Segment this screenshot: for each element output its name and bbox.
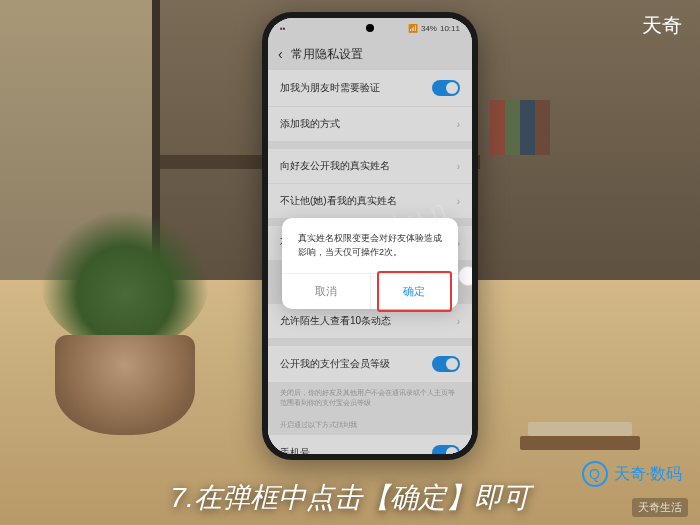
toggle-on[interactable] [432,80,460,96]
back-icon[interactable]: ‹ [278,46,283,62]
camera-notch [366,24,374,32]
cancel-button[interactable]: 取消 [282,274,371,309]
highlight-box [377,271,453,312]
brand-corner: 天奇生活 [632,498,688,517]
battery-text: 34% [421,24,437,33]
row-friend-verify[interactable]: 加我为朋友时需要验证 [268,70,472,107]
status-left: ▪▪ [280,24,286,33]
chevron-right-icon: › [457,119,460,130]
note-section: 开启通过以下方式找到我 [268,414,472,436]
page-title: 常用隐私设置 [291,46,363,63]
time-text: 10:11 [440,24,460,33]
ok-button[interactable]: 确定 [371,274,459,309]
brightness-handle[interactable] [458,266,472,286]
dialog-message: 真实姓名权限变更会对好友体验造成影响，当天仅可操作2次。 [282,218,458,273]
brand-bottom-right: Q 天奇·数码 [582,461,682,487]
search-icon: Q [582,461,608,487]
chevron-right-icon: › [457,196,460,207]
signal-icon: 📶 [408,24,418,33]
chevron-right-icon: › [457,161,460,172]
confirm-dialog: 真实姓名权限变更会对好友体验造成影响，当天仅可操作2次。 取消 确定 [282,218,458,309]
row-phone[interactable]: 手机号 [268,435,472,454]
phone-device: tianqijun ▪▪ 📶 34% 10:11 ‹ 常用隐私设置 加我为朋友时… [262,12,478,460]
page-header: ‹ 常用隐私设置 [268,38,472,70]
instruction-caption: 7.在弹框中点击【确定】即可 [170,479,529,517]
toggle-on[interactable] [432,356,460,372]
toggle-on[interactable] [432,445,460,454]
chevron-right-icon: › [457,316,460,327]
row-member-level[interactable]: 公开我的支付宝会员等级 [268,346,472,382]
row-add-method[interactable]: 添加我的方式 › [268,107,472,141]
row-hide-name[interactable]: 不让他(她)看我的真实姓名 › [268,184,472,218]
row-public-name[interactable]: 向好友公开我的真实姓名 › [268,149,472,184]
note-member: 关闭后，你的好友及其他用户不会在通讯录或个人主页等范围看到你的支付宝会员等级 [268,382,472,414]
brand-top-right: 天奇 [642,12,682,39]
